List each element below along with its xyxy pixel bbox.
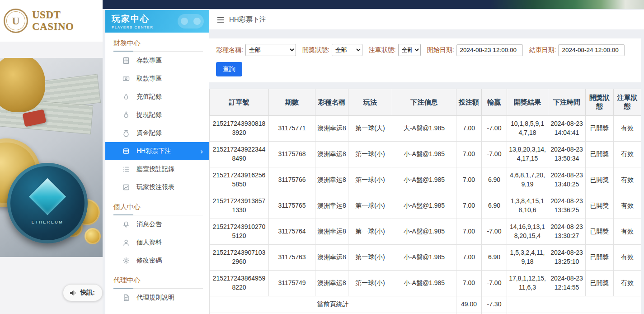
draw-result-cell: 17,8,1,12,15,11,6,3 bbox=[507, 271, 548, 296]
sidebar-item-label: 資金記錄 bbox=[136, 129, 162, 137]
left-banner-panel: U USDT CASINO ETHEREUM 快訊: bbox=[0, 0, 103, 314]
period-cell: 31175768 bbox=[269, 142, 315, 167]
lottery-name-cell: 澳洲幸运8 bbox=[315, 142, 348, 167]
draw-result-cell: 4,6,8,1,7,20,9,19 bbox=[507, 167, 548, 193]
search-button[interactable]: 查詢 bbox=[216, 62, 242, 76]
sidebar-item-coin-arrow[interactable]: 提現記錄 bbox=[105, 106, 209, 124]
column-header: 開獎狀態 bbox=[586, 89, 614, 116]
end-date-input[interactable] bbox=[558, 44, 625, 56]
sidebar-item-gear[interactable]: 修改密碼 bbox=[105, 252, 209, 270]
brand-name: USDT CASINO bbox=[32, 9, 99, 33]
column-header: 開獎結果 bbox=[507, 89, 548, 116]
bet-amount-cell: 7.00 bbox=[456, 219, 482, 245]
draw-status-select[interactable]: 全部 bbox=[332, 44, 362, 56]
bet-status-cell: 有效 bbox=[614, 219, 641, 245]
bet-status-select[interactable]: 全部 bbox=[398, 44, 421, 56]
sidebar-menu: 財務中心存款專區取款專區充值記錄提現記錄資金記錄HH彩票下注›廳室投註記錄玩家投… bbox=[105, 33, 209, 307]
bet-amount-cell: 7.00 bbox=[456, 193, 482, 219]
win-loss-cell: 6.90 bbox=[482, 245, 507, 271]
bet-amount-cell: 7.00 bbox=[456, 142, 482, 167]
sidebar-item-droplet[interactable]: 充值記錄 bbox=[105, 88, 209, 106]
bet-info-cell: 小-A盤@1.985 bbox=[392, 167, 456, 193]
period-cell: 31175749 bbox=[269, 271, 315, 296]
bet-info-cell: 小-A盤@1.985 bbox=[392, 142, 456, 167]
table-row: 215217243864959822031175749澳洲幸运8第一球(小)小-… bbox=[210, 271, 641, 296]
document-icon bbox=[122, 294, 130, 301]
top-banner bbox=[103, 0, 644, 9]
sidebar-item-label: 消息公告 bbox=[136, 220, 162, 228]
brand-logo[interactable]: U USDT CASINO bbox=[0, 0, 103, 42]
bet-amount-cell: 7.00 bbox=[456, 271, 482, 296]
lottery-name-cell: 澳洲幸运8 bbox=[315, 193, 348, 219]
play-type-cell: 第一球(小) bbox=[348, 271, 392, 296]
sidebar-item-banknote[interactable]: 取款專區 bbox=[105, 70, 209, 88]
section-title: 代理中心 bbox=[105, 270, 209, 289]
sidebar-item-label: 個人資料 bbox=[136, 238, 162, 247]
start-date-input[interactable] bbox=[456, 44, 523, 56]
menu-toggle-icon[interactable] bbox=[217, 17, 224, 23]
list-icon bbox=[122, 166, 130, 173]
bet-time-cell: 2024-08-23 13:25:10 bbox=[548, 245, 586, 271]
lottery-ticket-icon bbox=[122, 147, 130, 155]
section-title: 財務中心 bbox=[105, 33, 209, 52]
order-no-cell: 2152172439102705120 bbox=[210, 219, 269, 245]
sidebar-item-label: HH彩票下注 bbox=[136, 147, 171, 155]
lottery-select[interactable]: 全部 bbox=[245, 44, 296, 56]
column-header: 下注時間 bbox=[548, 89, 586, 116]
chart-icon bbox=[122, 184, 130, 191]
draw-status-cell: 已開獎 bbox=[586, 219, 614, 245]
news-ticker-button[interactable]: 快訊: bbox=[63, 284, 103, 301]
content: HH彩票下注 彩種名稱: 全部 開獎狀態: 全部 注單狀態: 全部 開始日期: bbox=[209, 10, 644, 314]
play-type-cell: 第一球(大) bbox=[348, 116, 392, 142]
page-title: HH彩票下注 bbox=[229, 15, 266, 24]
column-header: 期數 bbox=[269, 89, 315, 116]
draw-result-cell: 1,5,3,2,4,11,9,18 bbox=[507, 245, 548, 271]
coin-arrow-icon bbox=[122, 111, 130, 119]
table-header-row: 訂單號期數彩種名稱玩法下注信息投注額輸贏開獎結果下注時間開獎狀態注單狀態 bbox=[210, 89, 641, 116]
promo-image: ETHEREUM bbox=[0, 58, 103, 257]
order-no-cell: 2152172439162565850 bbox=[210, 167, 269, 193]
bet-info-cell: 小-A盤@1.985 bbox=[392, 271, 456, 296]
period-cell: 31175763 bbox=[269, 245, 315, 271]
play-type-cell: 第一球(小) bbox=[348, 193, 392, 219]
table-row: 215217243913857133031175765澳洲幸运8第一球(小)小-… bbox=[210, 193, 641, 219]
sidebar-item-label: 修改密碼 bbox=[136, 257, 162, 265]
draw-status-cell: 已開獎 bbox=[586, 271, 614, 296]
sidebar-item-document[interactable]: 代理規則說明 bbox=[105, 289, 209, 307]
period-cell: 31175766 bbox=[269, 167, 315, 193]
bet-status-cell: 有效 bbox=[614, 271, 641, 296]
column-header: 投注額 bbox=[456, 89, 482, 116]
ethereum-coin-label: ETHEREUM bbox=[7, 220, 88, 224]
play-type-cell: 第一球(小) bbox=[348, 142, 392, 167]
start-date-label: 開始日期: bbox=[427, 46, 454, 54]
sidebar-item-label: 玩家投注報表 bbox=[136, 183, 174, 191]
win-loss-cell: -7.00 bbox=[482, 142, 507, 167]
banknote-icon bbox=[122, 75, 130, 82]
brand-logo-icon: U bbox=[4, 9, 28, 33]
sidebar-item-chart[interactable]: 玩家投注報表 bbox=[105, 178, 209, 196]
win-loss-cell: -7.00 bbox=[482, 219, 507, 245]
win-loss-cell: -7.00 bbox=[482, 271, 507, 296]
sidebar-item-bell[interactable]: 消息公告 bbox=[105, 215, 209, 233]
sidebar-item-moneybag[interactable]: 資金記錄 bbox=[105, 124, 209, 142]
bet-info-cell: 小-A盤@1.985 bbox=[392, 245, 456, 271]
money-bag-decor bbox=[0, 58, 45, 112]
draw-result-cell: 13,8,20,3,14,4,17,15 bbox=[507, 142, 548, 167]
summary-empty bbox=[507, 296, 641, 313]
draw-status-cell: 已開獎 bbox=[586, 193, 614, 219]
sidebar-item-lottery-ticket[interactable]: HH彩票下注› bbox=[105, 142, 209, 160]
sidebar-item-user[interactable]: 個人資料 bbox=[105, 233, 209, 252]
bet-time-cell: 2024-08-23 12:14:55 bbox=[548, 271, 586, 296]
bet-info-cell: 小-A盤@1.985 bbox=[392, 193, 456, 219]
draw-status-cell: 已開獎 bbox=[586, 116, 614, 142]
sidebar-item-calculator[interactable]: 存款專區 bbox=[105, 52, 209, 70]
sidebar: 玩家中心 PLAYERS CENTER 財務中心存款專區取款專區充值記錄提現記錄… bbox=[105, 10, 209, 314]
lottery-name-cell: 澳洲幸运8 bbox=[315, 271, 348, 296]
column-header: 注單狀態 bbox=[614, 89, 641, 116]
summary-winloss-total: -7.30 bbox=[482, 296, 507, 313]
bet-status-cell: 有效 bbox=[614, 245, 641, 271]
main-region: 玩家中心 PLAYERS CENTER 財務中心存款專區取款專區充值記錄提現記錄… bbox=[103, 0, 644, 314]
summary-bet-total: 49.00 bbox=[456, 296, 482, 313]
droplet-icon bbox=[122, 93, 130, 100]
sidebar-item-list[interactable]: 廳室投註記錄 bbox=[105, 160, 209, 178]
